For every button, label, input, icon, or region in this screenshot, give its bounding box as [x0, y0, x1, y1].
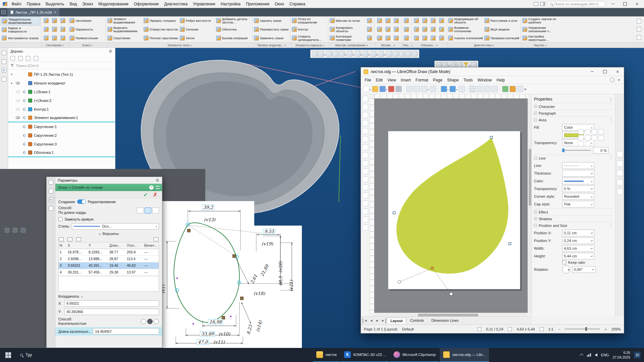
flowchart-icon[interactable]: [362, 200, 368, 206]
clone-formatting-icon[interactable]: [430, 86, 436, 92]
apply-button[interactable]: [144, 192, 148, 198]
chevron-down-icon[interactable]: [384, 51, 386, 57]
variables-fx-icon[interactable]: [2, 68, 6, 73]
cut-icon[interactable]: [406, 86, 413, 92]
toolbar-button[interactable]: [384, 16, 392, 25]
menu-item[interactable]: Tools: [461, 78, 475, 82]
toolbar-button[interactable]: Взаимное отклонение: [447, 25, 484, 34]
menu-item[interactable]: Edit: [373, 78, 385, 82]
toolbar-button[interactable]: [59, 16, 67, 25]
toolbar-button[interactable]: [421, 16, 429, 25]
lines-arrows-icon[interactable]: [362, 168, 368, 174]
section-area[interactable]: −Area: [534, 116, 613, 123]
reverse-order-icon[interactable]: [76, 237, 81, 241]
section-shadow[interactable]: +Shadow: [534, 215, 613, 222]
menu-item[interactable]: Управление: [190, 0, 218, 8]
zoom-fit-icon[interactable]: [326, 51, 332, 57]
toolbar-button[interactable]: [365, 16, 374, 25]
variables-fx-icon[interactable]: [21, 228, 25, 233]
volume-icon[interactable]: [595, 353, 597, 357]
expander-icon[interactable]: ▾: [10, 73, 13, 76]
edit-label[interactable]: Редактирование: [88, 200, 116, 204]
style-combo[interactable]: Осн...: [72, 223, 159, 230]
input-language[interactable]: ENG: [601, 353, 609, 357]
toolbar-button[interactable]: Проверка коллизий: [484, 34, 520, 43]
curve-point-marker[interactable]: [431, 267, 434, 269]
table-row[interactable]: 116.978...8.2283...38.77205.8---: [59, 249, 159, 256]
section-position-size[interactable]: −Position and Size: [534, 222, 613, 229]
zoom-icon[interactable]: [491, 86, 498, 92]
select-icon[interactable]: [362, 96, 368, 102]
help-icon[interactable]: [637, 35, 641, 40]
tree-item[interactable]: ∈Скругление:1: [8, 122, 115, 131]
transparency-slider[interactable]: [562, 150, 591, 151]
eye-icon[interactable]: [16, 116, 20, 119]
toolbar-button[interactable]: Элемент выдавливания: [107, 16, 143, 25]
toolbar-button[interactable]: [392, 25, 400, 34]
save-file-icon[interactable]: [67, 237, 72, 241]
menu-item[interactable]: Файл: [9, 0, 24, 8]
chevron-down-icon[interactable]: [369, 51, 370, 57]
window-titlebar[interactable]: листок.odg — LibreOffice Draw (Safe Mode…: [361, 67, 624, 76]
toolbar-button[interactable]: [59, 34, 67, 43]
tangent-handle[interactable]: [398, 281, 401, 284]
tree-item[interactable]: ∈(+)Эскиз:2: [8, 96, 115, 105]
toolbar-group-label[interactable]: Диагностика: [447, 43, 520, 48]
collapse-ribbon-icon[interactable]: [637, 27, 641, 32]
statusbar-style[interactable]: Default: [402, 327, 414, 331]
layers-panel-icon[interactable]: [2, 59, 6, 64]
tangent-handle[interactable]: [450, 293, 453, 296]
menu-item[interactable]: File: [362, 78, 373, 82]
y-value-field[interactable]: 40.391866: [64, 309, 159, 315]
insert-image-icon[interactable]: [502, 86, 508, 92]
stepper-icon[interactable]: ▴▾: [591, 188, 593, 190]
insert-textbox-icon[interactable]: [517, 86, 523, 92]
toolbar-button[interactable]: Сечение: [179, 25, 215, 34]
curve-icon[interactable]: [585, 135, 590, 140]
line-style-combo[interactable]: [562, 162, 594, 169]
more-options-icon[interactable]: [609, 156, 613, 160]
stepper-icon[interactable]: ▴▾: [591, 240, 593, 242]
coordinate-axes-icon[interactable]: [386, 51, 392, 57]
toolbar-button[interactable]: [50, 16, 59, 25]
properties-icon[interactable]: [617, 151, 623, 157]
toolbar-button[interactable]: [421, 25, 429, 34]
toolbar-button[interactable]: Копировать объекты: [329, 25, 365, 34]
taskbar-app[interactable]: листок.odg — Libr...: [440, 348, 489, 362]
tab-controls[interactable]: Controls: [407, 318, 427, 323]
insert-line-icon[interactable]: [578, 129, 584, 134]
x-value-field[interactable]: 9.55021: [64, 300, 159, 307]
tangent-option-icon[interactable]: [141, 319, 146, 324]
connector-icon[interactable]: [362, 160, 368, 166]
toolbar-button[interactable]: Полное скругление: [143, 34, 179, 43]
print-icon[interactable]: [395, 86, 402, 92]
menu-item[interactable]: Page: [431, 78, 445, 82]
taskbar-app[interactable]: КОМПАС-3D v23 ...: [341, 348, 389, 362]
mode-button[interactable]: Каркас и поверхности: [1, 25, 40, 34]
menu-item[interactable]: Help: [494, 78, 507, 82]
cap-style-combo[interactable]: Flat: [562, 201, 594, 207]
sidebar-menu-icon[interactable]: [609, 97, 613, 102]
coords-header[interactable]: Координаты: [55, 292, 162, 299]
next-page-icon[interactable]: [375, 318, 380, 323]
copy-icon[interactable]: [414, 86, 420, 92]
toolbar-button[interactable]: [50, 25, 59, 34]
toolbar-button[interactable]: [375, 16, 384, 25]
tangent-option-icon[interactable]: [154, 319, 159, 324]
ellipse-icon[interactable]: [362, 136, 368, 142]
posy-field[interactable]: 0,24 cm▴▾: [562, 237, 594, 244]
toolbar-button[interactable]: [437, 34, 446, 43]
toolbar-button[interactable]: Удалить грани: [253, 16, 289, 25]
stepper-icon[interactable]: ▴▾: [591, 255, 593, 257]
menu-item[interactable]: Выделить: [43, 0, 67, 8]
toolbar-button[interactable]: Управление связанными ч...: [522, 25, 558, 34]
toolbar-button[interactable]: Ребро жесткости: [179, 16, 215, 25]
zoom-in-icon[interactable]: [604, 327, 606, 331]
toolbar-button[interactable]: Точка по координатам: [291, 16, 327, 25]
taskbar-app[interactable]: листок: [313, 348, 340, 362]
toolbar-button[interactable]: Спираль цилиндрическ...: [291, 34, 327, 43]
keep-ratio-checkbox[interactable]: [562, 260, 566, 264]
toolbar-button[interactable]: [402, 25, 411, 34]
tab-layout[interactable]: Layout: [387, 318, 406, 323]
menu-item[interactable]: Оформление: [131, 0, 161, 8]
